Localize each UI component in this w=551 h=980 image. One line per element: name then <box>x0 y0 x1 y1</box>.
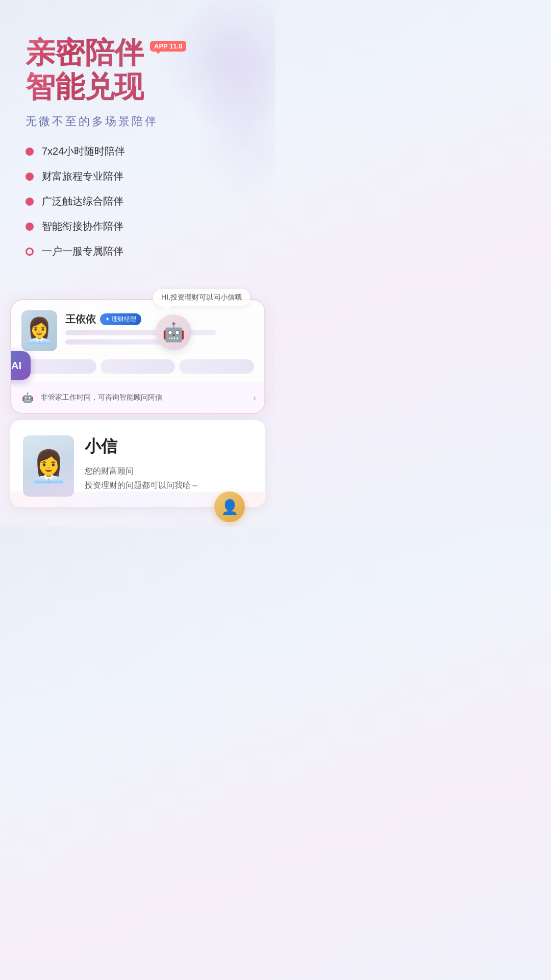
xiaoxin-avatar: 👩‍💼 <box>23 435 74 497</box>
feature-item-2: 财富旅程专业陪伴 <box>26 169 250 183</box>
notif-arrow-icon: › <box>253 393 256 403</box>
profile-name: 王依依 <box>65 312 96 326</box>
main-card: AI 👩‍💼 王依依 ✦ 理财经理 <box>10 299 265 414</box>
xiaoxin-desc-line1: 您的财富顾问 <box>85 464 255 478</box>
feature-dot-2 <box>26 173 34 181</box>
tag-icon: ✦ <box>105 316 110 323</box>
bottom-right-avatar-button[interactable]: 👤 <box>214 492 245 522</box>
feature-dot-3 <box>26 198 34 206</box>
xiaoxin-name: 小信 <box>85 435 255 458</box>
profile-tag: ✦ 理财经理 <box>100 313 141 325</box>
chat-bubble-text: HI,投资理财可以问小信哦 <box>161 293 242 301</box>
profile-avatar-image: 👩‍💼 <box>24 316 55 345</box>
notif-bar[interactable]: 🤖 非管家工作时间，可咨询智能顾问阿信 › <box>11 382 264 413</box>
features-section: 7x24小时随时陪伴 财富旅程专业陪伴 广泛触达综合陪伴 智能衔接协作陪伴 一户… <box>0 129 276 258</box>
subtitle-section: 无微不至的多场景陪伴 <box>0 104 276 129</box>
feature-dot-1 <box>26 148 34 156</box>
xiaoxin-figure: 👩‍💼 <box>20 430 77 497</box>
ui-section: HI,投资理财可以问小信哦 🤖 AI 👩‍💼 王依依 <box>0 299 276 507</box>
feature-item-5: 一户一服专属陪伴 <box>26 244 250 258</box>
xiaoxin-desc-line2: 投资理财的问题都可以问我哈～ <box>85 478 255 492</box>
feature-text-3: 广泛触达综合陪伴 <box>42 194 123 208</box>
robot-avatar: 🤖 <box>156 314 191 350</box>
notif-icon: 🤖 <box>19 389 36 406</box>
feature-dot-4 <box>26 223 34 231</box>
xiaoxin-info: 小信 您的财富顾问 投资理财的问题都可以问我哈～ <box>85 430 255 492</box>
profile-stats <box>11 359 264 382</box>
feature-text-2: 财富旅程专业陪伴 <box>42 169 123 183</box>
notif-text: 非管家工作时间，可咨询智能顾问阿信 <box>41 393 248 402</box>
ai-label: AI <box>11 360 21 372</box>
stat-pill-3 <box>179 359 254 374</box>
feature-text-4: 智能衔接协作陪伴 <box>42 219 123 233</box>
ai-button[interactable]: AI <box>10 351 31 380</box>
feature-item-3: 广泛触达综合陪伴 <box>26 194 250 208</box>
feature-item-4: 智能衔接协作陪伴 <box>26 219 250 233</box>
feature-text-5: 一户一服专属陪伴 <box>42 244 123 258</box>
profile-section: 👩‍💼 王依依 ✦ 理财经理 <box>11 300 264 351</box>
feature-item-1: 7x24小时随时陪伴 <box>26 144 250 158</box>
profile-avatar: 👩‍💼 <box>21 310 57 351</box>
profile-tag-text: 理财经理 <box>112 315 136 324</box>
app-badge: APP 11.0 <box>150 41 186 52</box>
stat-pill-2 <box>101 359 176 374</box>
main-title-block: 亲密陪伴 智能兑现 <box>26 36 144 104</box>
subtitle: 无微不至的多场景陪伴 <box>26 114 250 129</box>
profile-line-1 <box>65 330 216 335</box>
feature-text-1: 7x24小时随时陪伴 <box>42 144 125 158</box>
title-line2: 智能兑现 <box>26 70 144 104</box>
xiaoxin-desc: 您的财富顾问 投资理财的问题都可以问我哈～ <box>85 464 255 492</box>
feature-dot-5 <box>26 248 34 256</box>
chat-bubble: HI,投资理财可以问小信哦 <box>153 289 250 306</box>
title-row: 亲密陪伴 智能兑现 APP 11.0 <box>26 36 250 104</box>
header-section: 亲密陪伴 智能兑现 APP 11.0 <box>0 31 276 104</box>
xiaoxin-section: 👩‍💼 小信 您的财富顾问 投资理财的问题都可以问我哈～ 👤 <box>10 420 265 507</box>
page-wrapper: 亲密陪伴 智能兑现 APP 11.0 无微不至的多场景陪伴 7x24小时随时陪伴… <box>0 0 276 527</box>
title-line1: 亲密陪伴 <box>26 36 144 70</box>
stat-pill-1 <box>21 359 96 374</box>
